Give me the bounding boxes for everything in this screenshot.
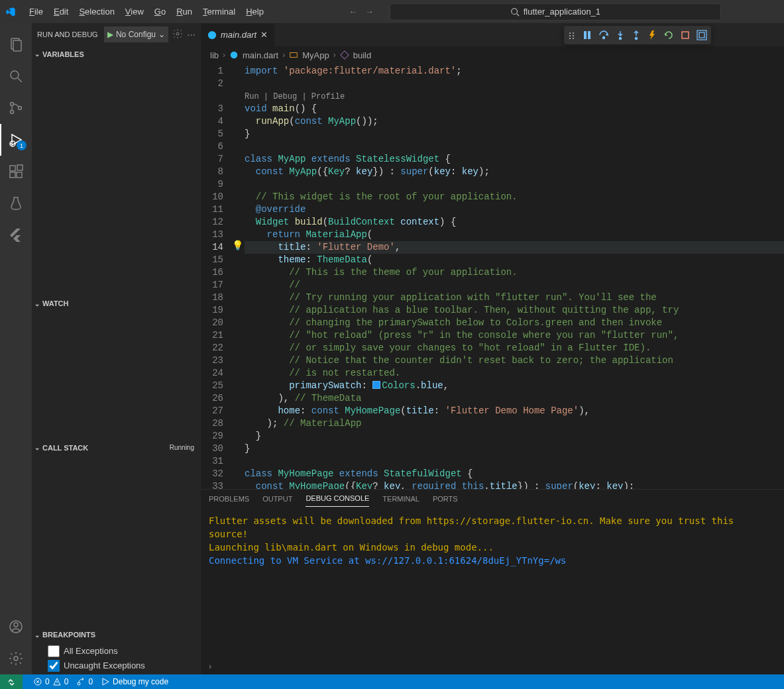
svg-point-20 — [208, 30, 216, 38]
title-bar: File Edit Selection View Go Run Terminal… — [0, 0, 784, 23]
svg-point-7 — [11, 111, 14, 114]
drag-icon[interactable] — [568, 31, 576, 39]
command-center[interactable]: flutter_application_1 — [390, 3, 721, 21]
activity-settings[interactable] — [0, 643, 32, 674]
dart-icon — [229, 50, 239, 60]
svg-point-24 — [573, 32, 574, 34]
svg-point-26 — [573, 38, 574, 39]
step-out-icon[interactable] — [632, 30, 641, 40]
widget-inspector-icon[interactable] — [697, 30, 707, 40]
close-icon[interactable]: ✕ — [260, 30, 268, 40]
svg-point-17 — [14, 623, 18, 627]
breakpoint-all-exceptions[interactable]: All Exceptions — [37, 644, 196, 659]
menu-view[interactable]: View — [120, 4, 149, 19]
activity-scm[interactable] — [0, 92, 32, 124]
svg-point-37 — [231, 52, 238, 59]
lightbulb-icon[interactable]: 💡 — [232, 240, 243, 252]
bottom-panel: PROBLEMS OUTPUT DEBUG CONSOLE TERMINAL P… — [201, 489, 784, 674]
checkbox[interactable] — [48, 660, 60, 672]
tab-label: main.dart — [221, 30, 256, 40]
chevron-down-icon: ⌄ — [158, 30, 165, 39]
svg-rect-27 — [584, 31, 587, 39]
menu-run[interactable]: Run — [171, 4, 197, 19]
activity-extensions[interactable] — [0, 156, 32, 187]
activity-testing[interactable] — [0, 187, 32, 219]
gear-icon[interactable] — [172, 28, 183, 41]
stop-icon[interactable] — [681, 30, 690, 40]
code-editor[interactable]: 1234567891011121314151617181920212223242… — [201, 64, 784, 489]
activity-search[interactable] — [0, 60, 32, 92]
panel-tab-output[interactable]: OUTPUT — [262, 495, 292, 507]
svg-rect-15 — [17, 165, 23, 170]
section-variables[interactable]: ⌄VARIABLES — [32, 46, 201, 62]
remote-icon[interactable] — [0, 674, 23, 689]
nav-back-icon[interactable]: ← — [349, 7, 357, 17]
panel-tab-problems[interactable]: PROBLEMS — [209, 495, 249, 507]
activity-run-debug[interactable]: 1 — [0, 124, 32, 156]
svg-rect-12 — [10, 166, 15, 171]
status-debug[interactable]: Debug my code — [101, 677, 168, 686]
method-icon — [340, 50, 349, 60]
svg-line-5 — [18, 78, 22, 82]
svg-point-29 — [603, 37, 605, 39]
svg-point-21 — [569, 32, 571, 34]
breakpoint-uncaught-exceptions[interactable]: Uncaught Exceptions — [37, 659, 196, 673]
svg-point-19 — [176, 32, 179, 35]
tab-main-dart[interactable]: main.dart ✕ — [201, 23, 274, 46]
svg-line-1 — [516, 13, 519, 16]
section-watch[interactable]: ⌄WATCH — [32, 295, 201, 311]
activity-explorer[interactable] — [0, 28, 32, 60]
search-icon — [510, 7, 520, 17]
svg-rect-39 — [341, 51, 349, 59]
checkbox[interactable] — [48, 645, 60, 657]
svg-rect-13 — [10, 172, 15, 178]
play-icon: ▶ — [107, 30, 113, 39]
svg-point-44 — [78, 682, 80, 685]
activity-bar: 1 — [0, 23, 32, 674]
svg-point-23 — [569, 38, 571, 39]
svg-point-0 — [511, 8, 517, 14]
step-into-icon[interactable] — [616, 30, 625, 40]
svg-rect-3 — [13, 40, 21, 51]
debug-config-dropdown[interactable]: ▶ No Configu ⌄ — [104, 26, 168, 42]
debug-sidebar: RUN AND DEBUG ▶ No Configu ⌄ ⋯ ⌄VARIABLE… — [32, 23, 201, 674]
status-errors[interactable]: 00 — [33, 677, 68, 686]
step-over-icon[interactable] — [598, 30, 609, 40]
breadcrumbs[interactable]: lib› main.dart› MyApp› build — [201, 46, 784, 64]
panel-tab-terminal[interactable]: TERMINAL — [382, 495, 420, 507]
menu-edit[interactable]: Edit — [48, 4, 74, 19]
svg-rect-34 — [682, 32, 689, 38]
editor-tabs: main.dart ✕ — [201, 23, 784, 46]
hot-reload-icon[interactable] — [647, 30, 657, 40]
svg-rect-35 — [697, 30, 706, 40]
nav-forward-icon[interactable]: → — [365, 7, 374, 17]
svg-rect-28 — [588, 31, 590, 39]
status-ports[interactable]: 0 — [76, 677, 93, 686]
svg-point-8 — [19, 107, 22, 110]
restart-icon[interactable] — [663, 30, 674, 40]
status-bar: 00 0 Debug my code — [0, 674, 784, 689]
menu-go[interactable]: Go — [149, 4, 171, 19]
activity-flutter[interactable] — [0, 219, 32, 251]
svg-rect-14 — [17, 172, 22, 178]
debug-badge: 1 — [17, 140, 27, 150]
menu-terminal[interactable]: Terminal — [197, 4, 241, 19]
menu-help[interactable]: Help — [241, 4, 269, 19]
svg-point-4 — [11, 71, 19, 79]
menu-selection[interactable]: Selection — [74, 4, 119, 19]
section-callstack[interactable]: ⌄CALL STACKRunning — [32, 440, 201, 456]
pause-icon[interactable] — [583, 30, 592, 40]
debug-console-input[interactable]: › — [201, 657, 784, 674]
svg-point-22 — [569, 35, 571, 36]
panel-tab-ports[interactable]: PORTS — [433, 495, 458, 507]
svg-rect-38 — [290, 53, 298, 58]
menu-file[interactable]: File — [24, 4, 48, 19]
activity-accounts[interactable] — [0, 611, 32, 643]
section-breakpoints[interactable]: ⌄BREAKPOINTS — [32, 627, 201, 643]
panel-tab-debug-console[interactable]: DEBUG CONSOLE — [306, 494, 369, 507]
more-icon[interactable]: ⋯ — [187, 30, 196, 40]
svg-point-18 — [14, 657, 18, 661]
config-label: No Configu — [116, 30, 156, 39]
dart-icon — [207, 30, 217, 40]
debug-console-output[interactable]: Flutter assets will be downloaded from h… — [201, 511, 784, 657]
